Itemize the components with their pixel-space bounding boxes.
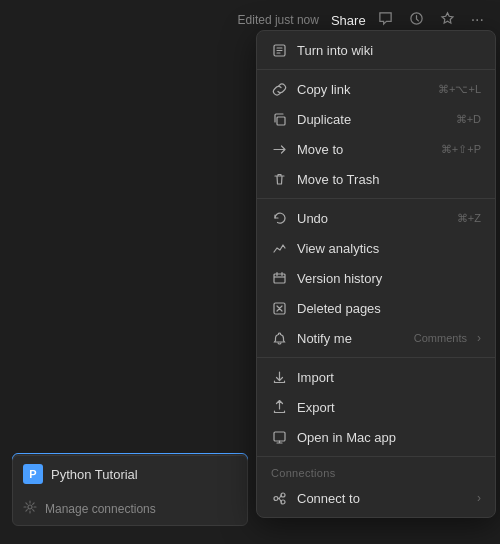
deleted-icon [271,300,287,316]
menu-item-version-history[interactable]: Version history [257,263,495,293]
menu-item-connect-to[interactable]: Connect to › [257,483,495,513]
connections-section-header: Connections [257,461,495,483]
menu-item-move-to[interactable]: Move to ⌘+⇧+P [257,134,495,164]
move-to-label: Move to [297,142,431,157]
menu-item-open-in-mac[interactable]: Open in Mac app [257,422,495,452]
menu-item-deleted-pages[interactable]: Deleted pages [257,293,495,323]
svg-rect-5 [274,432,285,441]
clock-icon[interactable] [405,9,428,32]
svg-rect-3 [274,274,285,283]
export-label: Export [297,400,481,415]
notify-icon [271,330,287,346]
deleted-pages-label: Deleted pages [297,301,481,316]
move-to-shortcut: ⌘+⇧+P [441,143,481,156]
undo-icon [271,210,287,226]
menu-item-turn-into-wiki[interactable]: Turn into wiki [257,35,495,65]
trash-icon [271,171,287,187]
manage-connections-label: Manage connections [45,502,156,516]
move-to-trash-label: Move to Trash [297,172,481,187]
manage-connections-item[interactable]: Manage connections [13,492,247,525]
link-icon [271,81,287,97]
svg-rect-2 [277,117,285,125]
more-icon[interactable]: ··· [467,9,488,31]
connect-to-label: Connect to [297,491,467,506]
comment-icon[interactable] [374,9,397,32]
menu-item-copy-link[interactable]: Copy link ⌘+⌥+L [257,74,495,104]
open-in-mac-label: Open in Mac app [297,430,481,445]
star-icon[interactable] [436,9,459,32]
duplicate-shortcut: ⌘+D [456,113,481,126]
copy-link-shortcut: ⌘+⌥+L [438,83,481,96]
divider-3 [257,357,495,358]
menu-item-export[interactable]: Export [257,392,495,422]
duplicate-label: Duplicate [297,112,446,127]
context-menu: Turn into wiki Copy link ⌘+⌥+L Duplicate… [256,30,496,518]
turn-into-wiki-label: Turn into wiki [297,43,481,58]
svg-point-9 [28,505,32,509]
result-icon: P [23,464,43,484]
wiki-icon [271,42,287,58]
share-button[interactable]: Share [331,13,366,28]
import-icon [271,369,287,385]
undo-label: Undo [297,211,447,226]
mac-icon [271,429,287,445]
menu-item-notify-me[interactable]: Notify me Comments › [257,323,495,353]
menu-item-undo[interactable]: Undo ⌘+Z [257,203,495,233]
connect-to-arrow: › [477,491,481,505]
divider-1 [257,69,495,70]
list-item[interactable]: P Python Tutorial [13,456,247,492]
notify-me-label: Notify me [297,331,404,346]
notify-me-submenu: Comments [414,332,467,344]
divider-4 [257,456,495,457]
connect-icon [271,490,287,506]
export-icon [271,399,287,415]
undo-shortcut: ⌘+Z [457,212,481,225]
duplicate-icon [271,111,287,127]
notify-me-arrow: › [477,331,481,345]
view-analytics-label: View analytics [297,241,481,256]
menu-item-move-to-trash[interactable]: Move to Trash [257,164,495,194]
menu-item-duplicate[interactable]: Duplicate ⌘+D [257,104,495,134]
gear-icon [23,500,37,517]
import-label: Import [297,370,481,385]
result-label: Python Tutorial [51,467,138,482]
menu-item-view-analytics[interactable]: View analytics [257,233,495,263]
search-results: P Python Tutorial Manage connections [12,455,248,526]
divider-2 [257,198,495,199]
analytics-icon [271,240,287,256]
menu-item-import[interactable]: Import [257,362,495,392]
edit-status: Edited just now [238,13,319,27]
copy-link-label: Copy link [297,82,428,97]
move-icon [271,141,287,157]
history-icon [271,270,287,286]
svg-point-6 [274,496,278,500]
version-history-label: Version history [297,271,481,286]
